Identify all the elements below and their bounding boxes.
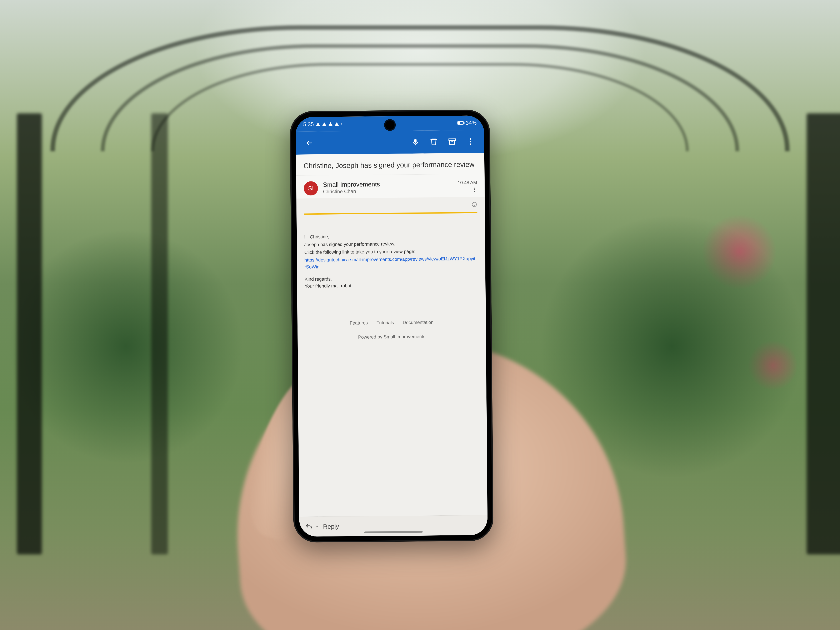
archive-icon [448,137,456,146]
reply-icon [305,523,313,531]
svg-point-4 [474,188,475,188]
body-line: Click the following link to take you to … [305,247,478,256]
svg-point-5 [474,189,475,190]
delete-button[interactable] [426,134,442,150]
trellis-post [807,113,840,554]
footer-link-documentation[interactable]: Documentation [403,320,434,325]
scene-background: 5:35 • 34% [0,0,840,630]
body-closing: Your friendly mail robot [305,281,478,289]
arrow-left-icon [305,139,314,147]
sender-recipient: Christine Chan [323,188,453,194]
notification-more-icon: • [341,122,342,126]
svg-point-1 [470,138,471,140]
svg-point-2 [470,141,471,142]
kebab-icon [466,137,475,146]
svg-point-3 [470,143,471,145]
footer-link-tutorials[interactable]: Tutorials [376,320,394,325]
powered-by: Powered by Small Improvements [305,333,478,340]
email-body[interactable]: Hi Christine, Joseph has signed your per… [297,197,488,517]
footer-link-features[interactable]: Features [350,320,368,326]
reply-label: Reply [323,523,339,530]
sender-time: 10:48 AM [458,180,477,185]
camera-punch-hole [385,120,395,129]
email-subject: Christine, Joseph has signed your perfor… [296,153,485,175]
phone-screen: 5:35 • 34% [295,115,488,537]
app-toolbar [296,130,485,155]
trellis-post [151,113,168,554]
trash-icon [429,137,438,146]
body-line: Joseph has signed your performance revie… [304,240,477,248]
sender-row[interactable]: SI Small Improvements Christine Chan 10:… [296,174,485,199]
overflow-menu-button[interactable] [463,134,478,150]
subject-text: Christine, Joseph has signed your perfor… [303,159,477,171]
voice-button[interactable] [407,134,423,150]
reply-bar[interactable]: Reply [299,515,488,537]
sender-name: Small Improvements [323,180,453,188]
kebab-icon [472,187,477,192]
back-button[interactable] [302,135,318,151]
phone-frame: 5:35 • 34% [290,110,494,543]
chevron-down-icon [314,524,319,529]
svg-rect-0 [449,139,455,140]
body-greeting: Hi Christine, [304,232,477,240]
body-text: Hi Christine, Joseph has signed your per… [304,232,478,289]
status-time: 5:35 [303,121,314,128]
message-menu-button[interactable] [472,187,477,193]
avatar: SI [304,181,318,196]
trellis-post [17,113,42,554]
archive-button[interactable] [444,134,460,150]
svg-point-6 [474,191,475,192]
review-link[interactable]: https://designtechnica.small-improvement… [305,256,477,269]
svg-point-7 [472,202,477,207]
svg-point-8 [474,204,474,204]
footer-links: Features Tutorials Documentation [305,319,478,326]
microphone-icon [411,138,420,147]
notification-icon [328,122,333,126]
smiley-icon [472,202,477,207]
notification-icon [335,122,339,126]
battery-icon [457,121,464,125]
battery-pct: 34% [466,120,477,126]
notification-icon [322,122,326,126]
notification-icon [316,122,320,126]
